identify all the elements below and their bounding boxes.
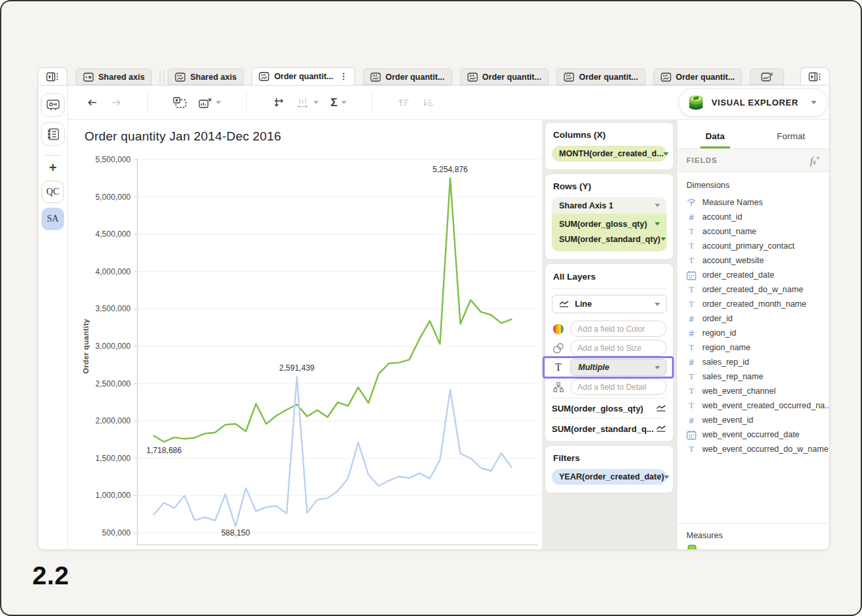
display-icon [46,99,60,111]
svg-text:4,500,000: 4,500,000 [96,230,131,239]
color-drop-target[interactable]: Add a field to Color [570,321,667,337]
number-icon: # [686,212,696,222]
field-label: web_event_channel [702,386,776,396]
tab-data[interactable]: Data [677,120,753,148]
field-measure-names[interactable]: Measure Names [686,195,824,210]
duplicate-button[interactable] [173,97,187,108]
sheet-tab-order-quantit--5[interactable]: Order quantit... [556,69,646,85]
field-account-primary-contact[interactable]: Taccount_primary_contact [686,239,824,253]
fields-header-bar: FIELDS fx+ [677,149,829,172]
svg-text:3,000,000: 3,000,000 [96,342,131,351]
svg-text:5,500,000: 5,500,000 [96,155,131,164]
field-web-event-occurred-do-w-name[interactable]: Tweb_event_occurred_do_w_name [686,442,824,456]
field-order-id[interactable]: #order_id [686,311,824,326]
chevron-down-icon [661,237,666,241]
sheet-tab-shared-axis-0[interactable]: Shared axis [76,69,152,85]
field-order-created-do-w-name[interactable]: Torder_created_do_w_name [686,282,824,297]
sigma-button[interactable]: Σ [331,96,347,109]
layer-row-sum-order-standard-qty[interactable]: SUM(order_standard_q... [552,418,667,439]
new-sheet-button[interactable] [750,69,784,85]
field-label: order_id [702,314,733,323]
sort-ascending-icon [397,98,410,108]
chevron-down-icon [811,101,816,104]
sheet-tab-order-quantit--2[interactable]: Order quantit...⋮ [251,67,355,85]
layer-row-sum-order-gloss-qty[interactable]: SUM(order_gloss_qty) [552,398,667,418]
sheet-tab-menu-icon[interactable]: ⋮ [339,71,348,81]
text-icon: T [686,241,696,251]
add-calculated-field-button[interactable]: fx+ [811,154,820,167]
size-drop-target[interactable]: Add a field to Size [570,340,667,356]
filter-pill-year-order-created-date[interactable]: YEAR(order_created_date) [552,469,667,485]
clear-chart-button[interactable] [199,98,221,108]
avatar-qc[interactable]: QC [42,181,64,203]
svg-text:5,000,000: 5,000,000 [96,193,131,202]
number-icon: # [686,328,696,338]
field-account-website[interactable]: Taccount_website [686,253,824,268]
svg-text:1,500,000: 1,500,000 [96,454,131,463]
bar-size-button [296,98,319,108]
chevron-down-icon [216,101,221,104]
sheet-tabs: Shared axisShared axisOrder quantit...⋮O… [76,67,800,85]
swap-axes-button[interactable] [272,96,284,109]
field-order-created-month-name[interactable]: Torder_created_month_name [686,297,824,311]
field-region-id[interactable]: #region_id [686,326,824,340]
sheet-tab-order-quantit--4[interactable]: Order quantit... [460,69,549,85]
field-web-event-id[interactable]: #web_event_id [686,413,824,427]
svg-text:588,150: 588,150 [221,528,250,538]
visual-explorer-menu-button[interactable]: VISUAL EXPLORER [679,88,828,117]
sheet-tab-label: Order quantit... [676,73,735,82]
sheet-tab-order-quantit--3[interactable]: Order quantit... [363,69,452,85]
shared-axis-pill[interactable]: Shared Axis 1 [552,197,667,214]
chart-sheet-icon [259,72,269,81]
star-sheet-icon [83,73,94,82]
rows-pill-sum-order-standard-qty[interactable]: SUM(order_standard_qty) [552,231,667,247]
field-sales-rep-name[interactable]: Tsales_rep_name [686,369,824,384]
field-account-name[interactable]: Taccount_name [686,224,824,239]
content-area: Order quantity Jan 2014-Dec 2016 Order q… [68,120,829,549]
new-sheet-icon [761,72,774,82]
fields-header-label: FIELDS [686,156,717,164]
svg-text:5,254,876: 5,254,876 [432,165,468,174]
notebook-button[interactable] [41,122,65,146]
sort-descending-button [422,98,434,108]
field-web-event-created-occurred-na[interactable]: Tweb_event_created_occurred_na... [686,398,824,413]
back-arrow-button[interactable] [86,98,98,108]
number-icon: # [686,416,696,425]
text-icon: T [686,255,696,266]
add-button[interactable]: + [49,161,57,174]
field-label: region_name [702,343,750,352]
field-account-id[interactable]: #account_id [686,210,824,224]
chart-sheet-icon [467,73,478,82]
rows-pill-sum-order-gloss-qty[interactable]: SUM(order_gloss_qty) [552,216,667,231]
chart-canvas[interactable]: Order quantity Jan 2014-Dec 2016 Order q… [68,120,542,549]
field-order-created-date[interactable]: order_created_date [686,268,824,282]
columns-pill-month-order-created-date[interactable]: MONTH(order_created_d... [552,146,667,162]
mark-type-select[interactable]: Line [552,295,667,313]
detail-drop-target[interactable]: Add a field to Detail [570,379,667,395]
field-label: web_event_id [702,416,753,425]
field-label: Measure Names [702,198,763,207]
sheet-tab-bar: Shared axisShared axisOrder quantit...⋮O… [38,67,830,85]
color-shelf-row: Add a field to Color [552,321,667,337]
tab-format[interactable]: Format [753,120,829,148]
shared-axis-members: SUM(order_gloss_qty) SUM(order_standard_… [552,214,667,251]
sheet-tab-order-quantit--6[interactable]: Order quantit... [653,69,743,85]
field-web-event-channel[interactable]: Tweb_event_channel [686,384,824,398]
field-region-name[interactable]: Tregion_name [686,340,824,355]
field-sales-rep-id[interactable]: #sales_rep_id [686,355,824,369]
collapse-panel-left-button[interactable] [38,67,67,85]
mark-type-value: Line [575,299,592,309]
sheet-tab-shared-axis-1[interactable]: Shared axis [168,69,244,85]
collapse-panel-right-button[interactable] [800,67,830,85]
label-select-multiple[interactable]: Multiple [570,359,667,376]
avatar-sa[interactable]: SA [42,208,64,230]
rows-shelf-title: Rows (Y) [553,181,667,191]
svg-text:3,500,000: 3,500,000 [96,304,131,313]
field-web-event-occurred-date[interactable]: web_event_occurred_date [686,427,824,442]
field-label: account_primary_contact [702,241,795,251]
chevron-down-icon [655,366,660,369]
display-button[interactable] [41,93,65,117]
svg-text:2,500,000: 2,500,000 [96,379,131,388]
layer-measure-label: SUM(order_gloss_qty) [552,404,644,414]
dimensions-label: Dimensions [686,181,824,190]
